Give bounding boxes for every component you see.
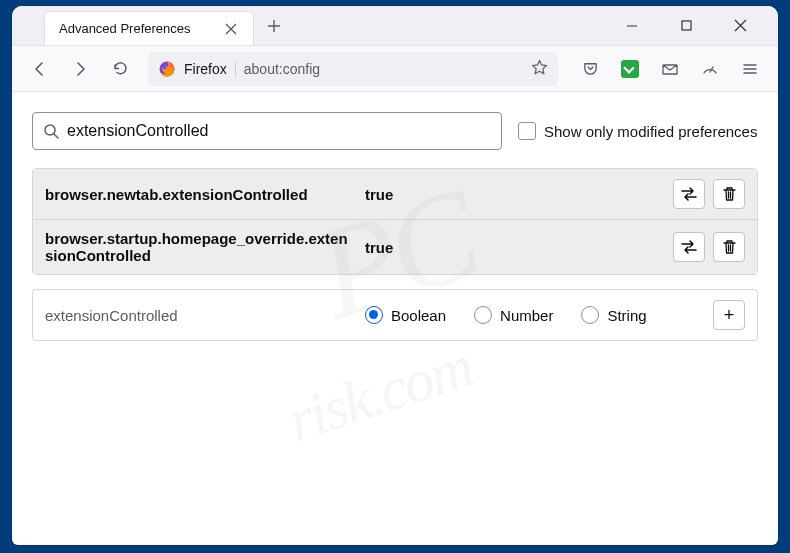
- toggle-button[interactable]: [673, 179, 705, 209]
- show-only-modified-checkbox[interactable]: Show only modified preferences: [518, 122, 757, 140]
- url-bar[interactable]: Firefox about:config: [148, 52, 558, 86]
- back-button[interactable]: [22, 51, 58, 87]
- radio-boolean[interactable]: Boolean: [365, 306, 446, 324]
- about-config-content: Show only modified preferences browser.n…: [12, 92, 778, 361]
- bookmark-star-icon[interactable]: [531, 59, 548, 79]
- minimize-button[interactable]: [614, 11, 650, 41]
- search-box[interactable]: [32, 112, 502, 150]
- extension-badge-icon[interactable]: [612, 51, 648, 87]
- titlebar: Advanced Preferences: [12, 6, 778, 46]
- checkbox-label: Show only modified preferences: [544, 123, 757, 140]
- pref-row: browser.startup.homepage_override.extens…: [33, 219, 757, 274]
- new-tab-button[interactable]: [262, 14, 286, 38]
- search-icon: [43, 123, 59, 139]
- url-identity: Firefox: [184, 61, 236, 77]
- add-pref-button[interactable]: +: [713, 300, 745, 330]
- svg-rect-0: [682, 21, 691, 30]
- radio-label: String: [607, 307, 646, 324]
- radio-string[interactable]: String: [581, 306, 646, 324]
- window-controls: [614, 11, 778, 41]
- close-window-button[interactable]: [722, 11, 758, 41]
- pref-value: true: [365, 239, 663, 256]
- navbar: Firefox about:config: [12, 46, 778, 92]
- radio-number[interactable]: Number: [474, 306, 553, 324]
- pref-name[interactable]: browser.newtab.extensionControlled: [45, 186, 355, 203]
- results-table: browser.newtab.extensionControlled true …: [32, 168, 758, 275]
- dashboard-icon[interactable]: [692, 51, 728, 87]
- pref-value: true: [365, 186, 663, 203]
- new-pref-name: extensionControlled: [45, 307, 355, 324]
- reload-button[interactable]: [102, 51, 138, 87]
- radio-icon: [474, 306, 492, 324]
- firefox-logo-icon: [158, 60, 176, 78]
- pref-row: browser.newtab.extensionControlled true: [33, 169, 757, 219]
- mail-icon[interactable]: [652, 51, 688, 87]
- toggle-button[interactable]: [673, 232, 705, 262]
- browser-window: Advanced Preferences: [12, 6, 778, 545]
- close-tab-icon[interactable]: [219, 17, 243, 41]
- radio-label: Boolean: [391, 307, 446, 324]
- delete-button[interactable]: [713, 232, 745, 262]
- search-input[interactable]: [67, 122, 491, 140]
- url-text: about:config: [244, 61, 523, 77]
- checkbox-icon: [518, 122, 536, 140]
- tab-advanced-preferences[interactable]: Advanced Preferences: [44, 11, 254, 45]
- tab-title: Advanced Preferences: [59, 21, 211, 36]
- toolbar-right-icons: [568, 51, 768, 87]
- hamburger-menu-icon[interactable]: [732, 51, 768, 87]
- search-row: Show only modified preferences: [32, 112, 758, 150]
- pref-name[interactable]: browser.startup.homepage_override.extens…: [45, 230, 355, 264]
- delete-button[interactable]: [713, 179, 745, 209]
- radio-icon: [365, 306, 383, 324]
- type-radios: Boolean Number String: [365, 306, 703, 324]
- radio-label: Number: [500, 307, 553, 324]
- maximize-button[interactable]: [668, 11, 704, 41]
- forward-button[interactable]: [62, 51, 98, 87]
- new-pref-row: extensionControlled Boolean Number Strin…: [32, 289, 758, 341]
- pocket-icon[interactable]: [572, 51, 608, 87]
- radio-icon: [581, 306, 599, 324]
